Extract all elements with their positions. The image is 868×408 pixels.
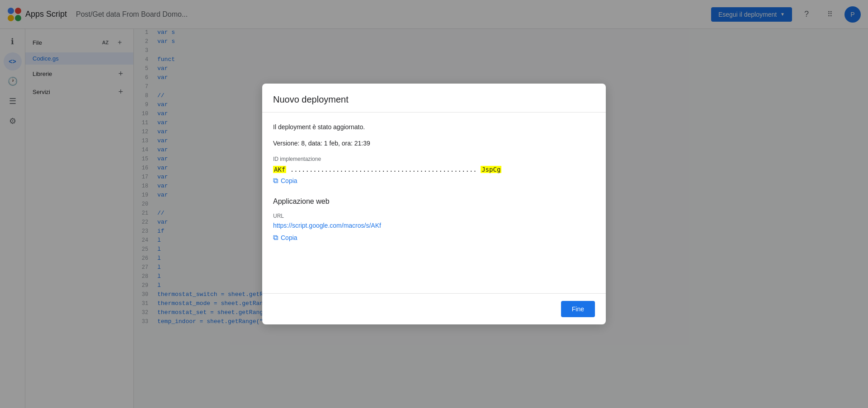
dialog-app-title: Applicazione web bbox=[273, 197, 595, 206]
dialog-body: Il deployment è stato aggiornato. Versio… bbox=[262, 113, 606, 293]
dialog-id-label: ID implementazione bbox=[273, 156, 595, 162]
copy-icon-2: ⧉ bbox=[273, 234, 278, 242]
copy-icon-1: ⧉ bbox=[273, 177, 278, 185]
modal-overlay: Nuovo deployment Il deployment è stato a… bbox=[0, 0, 868, 408]
dialog-url-label: URL bbox=[273, 213, 595, 219]
dialog: Nuovo deployment Il deployment è stato a… bbox=[262, 84, 606, 324]
copy-id-button[interactable]: ⧉ Copia bbox=[273, 175, 297, 187]
id-end-highlight: JspCg bbox=[481, 166, 501, 173]
dialog-title: Nuovo deployment bbox=[273, 94, 349, 104]
dialog-footer: Fine bbox=[262, 293, 606, 324]
dialog-version: Versione: 8, data: 1 feb, ora: 21:39 bbox=[273, 140, 595, 147]
dialog-header: Nuovo deployment bbox=[262, 84, 606, 113]
dialog-success-message: Il deployment è stato aggiornato. bbox=[273, 123, 595, 131]
id-middle: ........................................… bbox=[290, 166, 477, 173]
dialog-app-section: Applicazione web URL https://script.goog… bbox=[273, 197, 595, 244]
id-start-highlight: AKf bbox=[273, 166, 286, 173]
fine-button[interactable]: Fine bbox=[561, 301, 595, 317]
dialog-id-text: AKf ....................................… bbox=[273, 166, 501, 173]
dialog-id-row: AKf ....................................… bbox=[273, 166, 595, 173]
dialog-url-link[interactable]: https://script.google.com/macros/s/AKf bbox=[273, 222, 595, 229]
copy-url-button[interactable]: ⧉ Copia bbox=[273, 232, 297, 244]
